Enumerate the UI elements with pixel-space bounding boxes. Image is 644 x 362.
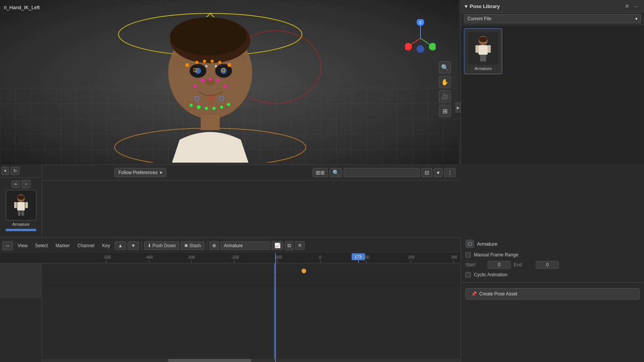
svg-point-21 bbox=[201, 78, 204, 82]
current-file-label: Current File bbox=[467, 16, 492, 21]
pose-thumbnail bbox=[468, 32, 498, 65]
cyclic-animation-row: Cyclic Animation bbox=[461, 270, 644, 279]
svg-rect-62 bbox=[14, 202, 17, 208]
svg-point-100 bbox=[302, 269, 306, 273]
pose-item[interactable]: Armature bbox=[464, 28, 502, 74]
svg-text:-: - bbox=[408, 45, 409, 49]
current-file-dropdown[interactable]: Current File ▾ bbox=[464, 14, 641, 23]
cyclic-animation-checkbox[interactable] bbox=[466, 272, 471, 277]
tl-scroll-thumb[interactable] bbox=[168, 359, 251, 362]
funnel-icon[interactable]: ▾ bbox=[434, 168, 443, 177]
tl-expand-arrow[interactable]: ↔ bbox=[2, 241, 13, 250]
character-container bbox=[76, 4, 344, 165]
tl-channel-labels bbox=[0, 263, 42, 362]
manual-frame-range-label: Manual Frame Range bbox=[474, 252, 518, 258]
svg-text:-300: -300 bbox=[187, 255, 195, 259]
create-pose-section: 📌 Create Pose Asset bbox=[461, 282, 644, 300]
tl-channel-item[interactable]: Channel bbox=[75, 241, 98, 250]
svg-point-29 bbox=[220, 106, 223, 109]
manual-frame-range-checkbox[interactable] bbox=[466, 252, 471, 258]
svg-point-31 bbox=[227, 103, 230, 106]
search-input[interactable] bbox=[344, 168, 420, 177]
view-grid-icon[interactable]: ⊞⊞ bbox=[313, 168, 328, 177]
svg-rect-54 bbox=[479, 45, 488, 55]
stash-label: Stash bbox=[189, 243, 201, 248]
svg-text:200: 200 bbox=[408, 255, 415, 259]
pose-library-label: Pose Library bbox=[470, 3, 500, 9]
tl-channel-row-1 bbox=[0, 263, 42, 275]
viewport-nav[interactable]: 🔍 ✋ 🎥 ⊞ bbox=[439, 61, 451, 117]
svg-text:300: 300 bbox=[451, 255, 457, 259]
svg-text:-400: -400 bbox=[145, 255, 153, 259]
asset-add-btn[interactable]: ＋ bbox=[21, 180, 31, 188]
stash-star-icon: ✱ bbox=[184, 243, 188, 248]
stash-btn[interactable]: ✱ Stash bbox=[181, 241, 204, 250]
start-end-row: Start 0 End 0 bbox=[461, 259, 644, 270]
push-down-label: Push Down bbox=[152, 243, 176, 248]
asset-refresh-btn[interactable]: ↻ bbox=[11, 167, 19, 175]
tl-view-item[interactable]: View bbox=[15, 241, 31, 250]
asset-thumbnail-area: ✏ ＋ Armature bbox=[0, 178, 42, 233]
sort-down-btn[interactable]: ▼ bbox=[128, 241, 139, 250]
tl-marker-item[interactable]: Marker bbox=[52, 241, 73, 250]
tl-select-item[interactable]: Select bbox=[32, 241, 51, 250]
svg-rect-57 bbox=[480, 55, 483, 62]
pose-library-title: ▾ Pose Library bbox=[465, 3, 500, 9]
pose-item-label: Armature bbox=[474, 66, 492, 71]
svg-rect-65 bbox=[21, 210, 24, 216]
asset-thumbnail bbox=[6, 190, 36, 220]
panel-options-icon[interactable]: ··· bbox=[633, 2, 640, 10]
tl-key-item[interactable]: Key bbox=[99, 241, 113, 250]
tl-channel-row-3 bbox=[0, 286, 42, 298]
panel-close-icon[interactable]: ✕ bbox=[623, 2, 631, 10]
push-down-icon: ⬇ bbox=[148, 243, 151, 248]
push-down-btn[interactable]: ⬇ Push Down bbox=[144, 241, 179, 250]
extra-options-icon[interactable]: ⋮ bbox=[444, 168, 456, 177]
filter-icon[interactable]: ⊟ bbox=[422, 168, 432, 177]
asset-type-btn[interactable]: ▾ bbox=[2, 167, 9, 175]
svg-rect-56 bbox=[488, 45, 491, 53]
svg-point-38 bbox=[205, 65, 208, 67]
follow-preferences-label: Follow Preferences bbox=[118, 170, 158, 175]
zoom-icon[interactable]: 🔍 bbox=[439, 61, 451, 73]
viewport-gizmo[interactable]: Z - bbox=[405, 19, 436, 65]
asset-active-bar bbox=[6, 229, 36, 231]
svg-point-19 bbox=[218, 61, 221, 64]
svg-point-18 bbox=[211, 60, 214, 63]
copy-icon[interactable]: ⧉ bbox=[285, 241, 294, 250]
viewport: rl_Hand_IK_Left Z - 🔍 ✋ bbox=[0, 0, 459, 165]
bottom-toolbar: og Asset Follow Preferences ▾ ⊞⊞ 🔍 ⊟ ▾ ⋮ bbox=[0, 165, 459, 181]
sort-up-btn[interactable]: ▲ bbox=[115, 241, 126, 250]
channel-name-display[interactable]: Armature bbox=[221, 241, 270, 250]
search-icon[interactable]: 🔍 bbox=[329, 168, 342, 177]
end-label: End bbox=[514, 262, 533, 267]
tl-scrollbar[interactable] bbox=[42, 359, 461, 362]
bone-label: rl_Hand_IK_Left bbox=[4, 5, 40, 10]
manual-frame-range-row: Manual Frame Range bbox=[461, 250, 644, 259]
channel-type-btn[interactable]: ⊕ bbox=[209, 241, 219, 250]
pose-expand-triangle[interactable]: ▶ bbox=[456, 103, 461, 113]
camera-icon[interactable]: 🎥 bbox=[439, 90, 451, 103]
svg-point-27 bbox=[205, 107, 208, 110]
svg-point-8 bbox=[170, 17, 247, 55]
svg-rect-55 bbox=[475, 45, 479, 53]
svg-rect-14 bbox=[201, 115, 220, 130]
end-value[interactable]: 0 bbox=[536, 261, 559, 269]
asset-top-row: ▾ ↻ bbox=[0, 165, 42, 178]
follow-preferences-dropdown[interactable]: Follow Preferences ▾ bbox=[114, 168, 167, 177]
start-value[interactable]: 0 bbox=[488, 261, 511, 269]
graph-icon[interactable]: 📈 bbox=[272, 241, 283, 250]
asset-edit-btn[interactable]: ✏ bbox=[11, 181, 20, 188]
svg-rect-64 bbox=[18, 210, 21, 216]
svg-point-53 bbox=[479, 37, 487, 42]
hand-icon[interactable]: ✋ bbox=[439, 76, 451, 88]
trp-armature-row: ⬡ Armature bbox=[461, 237, 644, 250]
chevron-down-icon: ▾ bbox=[465, 3, 467, 9]
create-pose-asset-btn[interactable]: 📌 Create Pose Asset bbox=[466, 288, 639, 300]
create-pose-icon: 📌 bbox=[471, 291, 477, 297]
right-panel: ▾ Pose Library ✕ ··· Current File ▾ bbox=[461, 0, 644, 165]
svg-point-16 bbox=[195, 61, 198, 64]
frame-indicator bbox=[275, 253, 276, 362]
tl-close-icon[interactable]: ✕ bbox=[295, 241, 305, 250]
grid-icon[interactable]: ⊞ bbox=[439, 105, 451, 117]
